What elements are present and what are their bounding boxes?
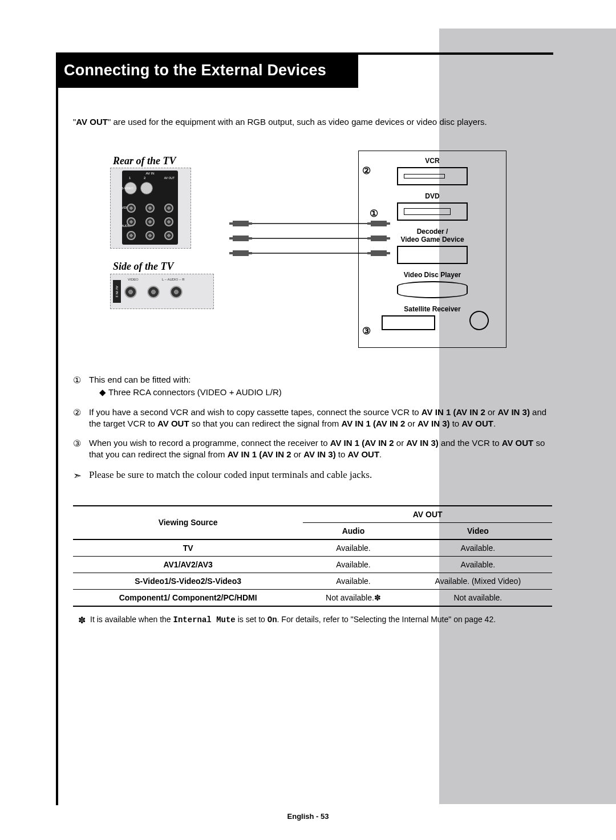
availability-table: Viewing Source AV OUT Audio Video TV Ava…: [73, 505, 552, 607]
callout-3: ③: [362, 325, 371, 337]
note-3-mark: ③: [73, 437, 89, 461]
label-side-audio: L – AUDIO – R: [162, 278, 184, 281]
cell-audio: Available.: [303, 573, 403, 589]
fn-mono1: Internal Mute: [173, 615, 236, 624]
fn-mid: is set to: [236, 615, 268, 624]
label-svideo: S-VIDEO: [121, 186, 133, 190]
cell-source: S-Video1/S-Video2/S-Video3: [73, 573, 303, 589]
note-1: ① This end can be fitted with: ◆ Three R…: [73, 374, 552, 399]
side-panel-diagram: AV IN 3 VIDEO L – AUDIO – R: [110, 274, 214, 309]
wire-icon: [251, 238, 368, 239]
manual-page: Connecting to the External Devices "AV O…: [0, 0, 616, 840]
video-jack-row: [127, 204, 173, 213]
note-1b: ◆ Three RCA connectors (VIDEO + AUDIO L/…: [99, 387, 552, 398]
hint-arrow-icon: ➣: [73, 469, 89, 482]
plug-icon: [233, 250, 249, 256]
note-2-mark: ②: [73, 407, 89, 430]
th-audio: Audio: [303, 522, 403, 539]
rca-jack-icon: [145, 217, 155, 226]
rca-jack-icon: [127, 231, 136, 240]
page-number: English - 53: [0, 812, 616, 821]
device-label-dvd: DVD: [364, 192, 500, 200]
rca-jack-icon: [127, 217, 136, 226]
label-avin: AV IN: [122, 172, 178, 175]
rca-jack-icon: [164, 231, 173, 240]
rca-jack-icon: [145, 231, 155, 240]
audio-r-jack-row: [127, 231, 173, 240]
th-video: Video: [404, 522, 552, 539]
cell-video: Available.: [404, 539, 552, 557]
cell-source: Component1/ Component2/PC/HDMI: [73, 589, 303, 606]
cell-video: Available. (Mixed Video): [404, 573, 552, 589]
rca-jack-icon: [164, 204, 173, 213]
note-2-text: If you have a second VCR and wish to cop…: [89, 407, 552, 430]
cell-source: TV: [73, 539, 303, 557]
note-1a: This end can be fitted with:: [89, 375, 191, 384]
wire-icon: [251, 223, 368, 224]
cell-source: AV1/AV2/AV3: [73, 556, 303, 573]
footnote: ✽ It is available when the Internal Mute…: [73, 615, 552, 626]
rca-jack-icon: [127, 204, 136, 213]
fn-pre: It is available when the: [90, 615, 173, 624]
label-avout: AV OUT: [164, 176, 175, 180]
th-avout: AV OUT: [303, 506, 552, 523]
side-jack-row: [124, 286, 183, 298]
rca-jack-icon: [164, 217, 173, 226]
fn-mono2: On: [268, 615, 277, 624]
disc-player-icon: [397, 281, 468, 298]
label-1: 1: [129, 176, 131, 180]
cell-audio: Available.: [303, 539, 403, 557]
rca-jack-icon: [124, 286, 137, 298]
dvd-icon: [397, 202, 468, 221]
rca-jack-icon: [145, 204, 155, 213]
label-side-video: VIDEO: [128, 278, 139, 281]
footnote-text: It is available when the Internal Mute i…: [90, 615, 496, 626]
rear-panel-diagram: AV IN 1 2 AV OUT S-VIDEO VIDEO AUDIO: [110, 168, 191, 249]
cell-video: Not available.: [404, 589, 552, 606]
cell-audio: Available.: [303, 556, 403, 573]
note-2: ② If you have a second VCR and wish to c…: [73, 407, 552, 430]
note-3-text: When you wish to record a programme, con…: [89, 437, 552, 461]
figure-area: Rear of the TV AV IN 1 2 AV OUT S-VIDEO …: [73, 155, 552, 360]
rca-jack-icon: [147, 286, 160, 298]
external-devices-box: ② VCR DVD Decoder / Video Game Device Vi…: [358, 151, 506, 348]
note-3: ③ When you wish to record a programme, c…: [73, 437, 552, 461]
rca-jack-icon: [170, 286, 183, 298]
notes-list: ① This end can be fitted with: ◆ Three R…: [73, 374, 552, 482]
callout-2: ②: [362, 165, 371, 177]
audio-l-jack-row: [127, 217, 173, 226]
rear-panel-inset: AV IN 1 2 AV OUT S-VIDEO VIDEO AUDIO: [122, 171, 178, 245]
svideo-jack-icon: [140, 182, 153, 194]
wire-icon: [251, 253, 368, 254]
label-2: 2: [144, 176, 145, 180]
device-label-decoder: Decoder / Video Game Device: [364, 228, 500, 244]
hint-row: ➣ Please be sure to match the colour cod…: [73, 469, 552, 482]
plug-icon: [233, 236, 249, 241]
footnote-star-icon: ✽: [73, 615, 90, 626]
intro-paragraph: "AV OUT" are used for the equipment with…: [73, 117, 552, 127]
note-1-text: This end can be fitted with: ◆ Three RCA…: [89, 374, 552, 399]
cell-audio: Not available.✽: [303, 589, 403, 606]
plug-icon: [233, 221, 249, 226]
caption-side: Side of the TV: [113, 261, 174, 273]
device-label-vcr: VCR: [364, 157, 500, 165]
content-area: "AV OUT" are used for the equipment with…: [73, 117, 552, 626]
satellite-receiver-icon: [382, 315, 435, 330]
intro-bold: AV OUT: [76, 117, 108, 127]
caption-rear: Rear of the TV: [113, 155, 176, 167]
note-1-mark: ①: [73, 374, 89, 399]
game-device-icon: [397, 246, 468, 264]
intro-rest: " are used for the equipment with an RGB…: [108, 117, 487, 127]
cell-video: Available.: [404, 556, 552, 573]
label-avin3: AV IN 3: [113, 280, 121, 303]
vcr-icon: [397, 167, 468, 185]
device-label-disc: Video Disc Player: [364, 271, 500, 279]
th-source: Viewing Source: [73, 506, 303, 539]
fn-post: . For details, refer to "Selecting the I…: [277, 615, 496, 624]
hint-text: Please be sure to match the colour coded…: [89, 469, 372, 482]
